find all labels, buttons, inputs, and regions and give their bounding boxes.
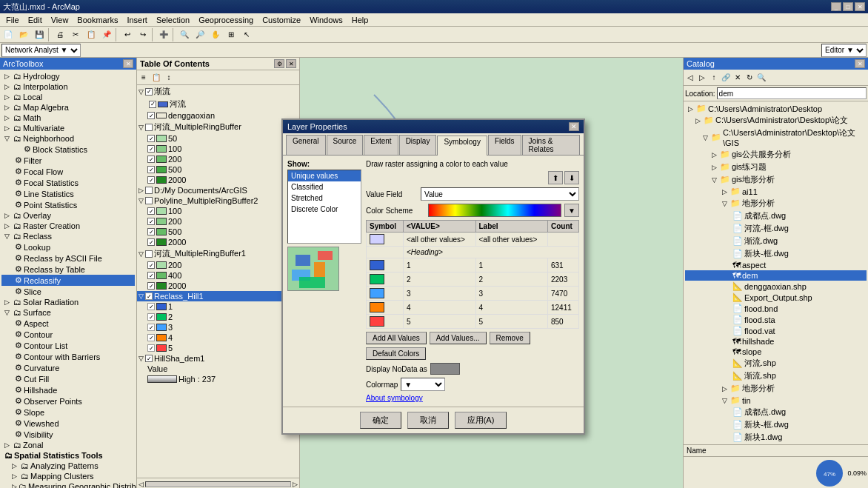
toolbox-item-focal-flow[interactable]: ⚙Focal Flow	[1, 166, 135, 177]
toolbox-item-viewshed[interactable]: ⚙Viewshed	[1, 418, 135, 429]
toc-layer-denggaoxian[interactable]: ✓ denggaoxian	[137, 110, 299, 121]
catalog-close[interactable]: ✕	[855, 59, 865, 68]
default-colors-button[interactable]: Default Colors	[366, 347, 426, 360]
toc-layer-jianl[interactable]: ▽ ✓ 渐流	[137, 85, 299, 98]
cat-item-denggaoxian-shp[interactable]: 📐denggaoxian.shp	[685, 281, 867, 292]
toolbox-item-raster-creation[interactable]: ▷🗂Raster Creation	[1, 221, 135, 231]
menu-bookmarks[interactable]: Bookmarks	[73, 15, 122, 25]
toolbox-item-slope[interactable]: ⚙Slope	[1, 407, 135, 418]
toc-checkbox-arcgis[interactable]	[145, 187, 153, 194]
toolbox-item-point-stats[interactable]: ⚙Point Statistics	[1, 199, 135, 210]
toolbox-item-contour-list[interactable]: ⚙Contour List	[1, 340, 135, 351]
cat-item-gis-root[interactable]: ▽📁 C:\Users\Administrator\Desktop\论文\GIS	[685, 127, 867, 148]
cat-item-chengdudian[interactable]: 📄成都点.dwg	[685, 210, 867, 222]
value-field-select[interactable]: Value	[421, 187, 579, 201]
title-controls[interactable]: _ □ ✕	[831, 2, 865, 11]
toc-checkbox-jianl[interactable]: ✓	[145, 88, 153, 96]
new-tool[interactable]: 📄	[1, 27, 16, 41]
cut-tool[interactable]: ✂	[68, 27, 83, 41]
toc-checkbox-heliu[interactable]: ✓	[149, 101, 156, 108]
cat-item-xinkuai-kuang2[interactable]: 📄新块-框.dwg	[685, 418, 867, 431]
redo-tool[interactable]: ↪	[136, 27, 150, 41]
menu-geoprocessing[interactable]: Geoprocessing	[194, 15, 258, 25]
tab-symbology[interactable]: Symbology	[437, 136, 487, 156]
menu-windows[interactable]: Windows	[305, 15, 347, 25]
toc-scroll-right[interactable]: ▷	[293, 481, 298, 488]
cat-item-terrain-analysis[interactable]: ▽📁 地形分析	[685, 197, 867, 210]
toc-list-view[interactable]: ≡	[138, 72, 150, 84]
toolbox-item-block-stats[interactable]: ⚙Block Statistics	[1, 144, 135, 155]
toc-scroll-area[interactable]: ▽ ✓ 渐流 ✓ 河流 ✓ denggaoxian ▽ 河流_MultipleR…	[137, 85, 299, 478]
toolbox-close[interactable]: ✕	[123, 59, 133, 68]
show-item-classified[interactable]: Classified	[288, 181, 361, 193]
toolbox-item-multivariate[interactable]: ▷🗂Multivariate	[1, 123, 135, 133]
import-button[interactable]: ⬆	[548, 171, 563, 184]
cat-item-jianliu-shp[interactable]: 📐渐流.shp	[685, 370, 867, 382]
sym-row-5[interactable]: 5 5 850	[367, 315, 579, 329]
toc-layer-rc1[interactable]: ✓ 1	[137, 301, 299, 312]
toc-layer-p200[interactable]: ✓ 200	[137, 216, 299, 227]
toc-layer-p500[interactable]: ✓ 500	[137, 227, 299, 237]
catalog-items[interactable]: ▷📁 C:\Users\Administrator\Desktop ▷📁 C:\…	[684, 101, 868, 444]
toolbox-item-reclass-ascii[interactable]: ⚙Reclass by ASCII File	[1, 253, 135, 264]
cat-item-ai11[interactable]: ▷📁 ai11	[685, 186, 867, 197]
toc-layer-rc3[interactable]: ✓ 3	[137, 322, 299, 332]
toolbox-item-slice[interactable]: ⚙Slice	[1, 286, 135, 297]
toolbox-item-aspect[interactable]: ⚙Aspect	[1, 318, 135, 329]
catalog-back[interactable]: ◁	[684, 72, 696, 84]
catalog-forward[interactable]: ▷	[696, 72, 708, 84]
catalog-location-input[interactable]	[717, 87, 867, 99]
cat-item-flood-sta[interactable]: 📄flood.sta	[685, 314, 867, 325]
toc-checkbox-b500[interactable]: ✓	[147, 166, 155, 173]
cat-item-slope[interactable]: 🗺slope	[685, 347, 867, 357]
toolbox-item-reclass[interactable]: ▽🗂Reclass	[1, 231, 135, 241]
arctoolbox-content[interactable]: ▷🗂Hydrology ▷🗂Interpolation ▷🗂Local ▷🗂Ma…	[0, 70, 136, 488]
layer-properties-dialog[interactable]: Layer Properties ✕ General Source Extent…	[281, 118, 585, 435]
paste-tool[interactable]: 📌	[99, 27, 114, 41]
toc-layer-arcgis[interactable]: ▷ D:/My Documents/ArcGIS	[137, 185, 299, 195]
toolbox-item-map-algebra[interactable]: ▷🗂Map Algebra	[1, 102, 135, 113]
toc-layer-rc5[interactable]: ✓ 5	[137, 343, 299, 353]
toolbox-item-lookup[interactable]: ⚙Lookup	[1, 241, 135, 253]
toc-layer-b50[interactable]: ✓ 50	[137, 133, 299, 144]
copy-tool[interactable]: 📋	[84, 27, 99, 41]
tab-general[interactable]: General	[286, 135, 326, 155]
catalog-search[interactable]: 🔍	[755, 72, 767, 84]
show-list[interactable]: Unique values Classified Stretched Discr…	[287, 170, 361, 244]
toc-layer-p2000[interactable]: ✓ 2000	[137, 237, 299, 247]
toc-layer-r2000[interactable]: ✓ 2000	[137, 281, 299, 291]
cat-item-lunwen[interactable]: ▷📁 C:\Users\Administrator\Desktop\论文	[685, 114, 867, 127]
toolbox-item-neighborhood[interactable]: ▽🗂Neighborhood	[1, 133, 135, 144]
cat-item-gis-exercise[interactable]: ▷📁 gis练习题	[685, 161, 867, 173]
cat-item-flood-vat[interactable]: 📄flood.vat	[685, 325, 867, 336]
cancel-button[interactable]: 取消	[407, 412, 449, 429]
cat-item-chengdu-dwg[interactable]: 📄成都点.dwg	[685, 406, 867, 418]
pan-tool[interactable]: ✋	[208, 27, 223, 41]
toolbox-item-visibility[interactable]: ⚙Visibility	[1, 429, 135, 440]
catalog-up[interactable]: ↑	[708, 72, 720, 84]
toc-layer-r200[interactable]: ✓ 200	[137, 260, 299, 270]
toc-close[interactable]: ✕	[286, 59, 296, 68]
toolbox-item-math[interactable]: ▷🗂Math	[1, 113, 135, 123]
toc-source-view[interactable]: 📋	[150, 72, 162, 84]
catalog-connect[interactable]: 🔗	[720, 72, 732, 84]
remove-button[interactable]: Remove	[490, 332, 530, 344]
minimize-button[interactable]: _	[831, 2, 841, 11]
toolbox-item-spatial-stats[interactable]: 🗂Spatial Statistics Tools	[1, 450, 135, 461]
zoom-in-tool[interactable]: 🔍	[177, 27, 192, 41]
add-data-tool[interactable]: ➕	[156, 27, 171, 41]
toolbox-item-local[interactable]: ▷🗂Local	[1, 92, 135, 102]
toolbox-item-hydrology[interactable]: ▷🗂Hydrology	[1, 71, 135, 81]
toc-checkbox-polyline-buf2[interactable]	[145, 197, 153, 204]
show-item-stretched[interactable]: Stretched	[288, 193, 361, 204]
toc-checkbox-b50[interactable]: ✓	[147, 135, 155, 142]
sym-row-other[interactable]: <all other values> <all other values>	[367, 233, 579, 247]
toolbox-item-measuring-geo[interactable]: ▷🗂Measuring Geographic Distributions	[1, 481, 135, 488]
tab-joins-relates[interactable]: Joins & Relates	[522, 135, 580, 155]
save-tool[interactable]: 💾	[32, 27, 47, 41]
toc-checkbox-b100[interactable]: ✓	[147, 145, 155, 153]
toolbox-item-mapping-clusters[interactable]: ▷🗂Mapping Clusters	[1, 471, 135, 481]
cat-item-jianliu-dwg[interactable]: 📄渐流.dwg	[685, 235, 867, 247]
toolbox-item-contour-barriers[interactable]: ⚙Contour with Barriers	[1, 351, 135, 362]
cat-item-flood-bnd[interactable]: 📄flood.bnd	[685, 303, 867, 314]
